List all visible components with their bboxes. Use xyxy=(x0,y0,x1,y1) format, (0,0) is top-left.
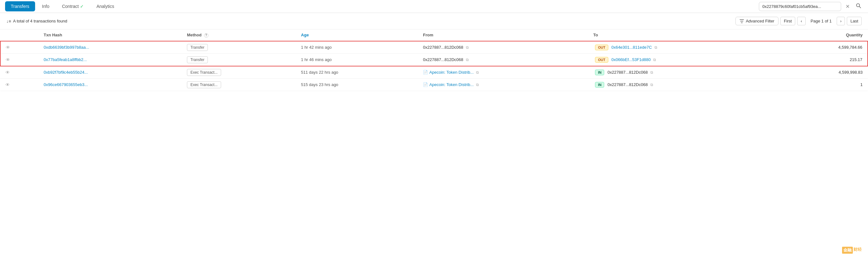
age-text: 1 hr 46 mins ago xyxy=(301,57,332,62)
from-cell: 📄Apecoin: Token Distrib...⧉ xyxy=(418,78,588,91)
tab-bar: Transfers Info Contract ✓ Analytics ✕ xyxy=(0,0,868,13)
tab-analytics[interactable]: Analytics xyxy=(91,1,120,12)
table-header-row: Txn Hash Method ? Age From To Quantity xyxy=(0,29,868,41)
from-cell: 0x227887...812Dc068⧉ xyxy=(418,54,588,66)
tab-contract[interactable]: Contract ✓ xyxy=(56,1,90,12)
txn-hash-link[interactable]: 0xb92f7bf9c4eb55b24... xyxy=(44,70,88,75)
doc-icon: 📄 xyxy=(423,82,428,87)
col-txn-hash: Txn Hash xyxy=(39,29,182,41)
table-row: 👁0xb92f7bf9c4eb55b24...Exec Transact...5… xyxy=(0,66,868,79)
eye-cell: 👁 xyxy=(0,41,39,54)
copy-to-icon[interactable]: ⧉ xyxy=(653,58,656,62)
quantity-cell: 215.17 xyxy=(779,54,868,66)
copy-from-icon[interactable]: ⧉ xyxy=(466,45,469,50)
eye-cell: 👁 xyxy=(0,66,39,79)
tab-contract-label: Contract xyxy=(62,4,79,9)
method-badge: Transfer xyxy=(187,44,208,51)
copy-from-icon[interactable]: ⧉ xyxy=(476,83,479,87)
from-cell: 0x227887...812Dc068⧉ xyxy=(418,41,588,54)
method-cell: Transfer xyxy=(182,54,296,66)
table-row: 👁0x77ba5feab1a8ffbb2...Transfer1 hr 46 m… xyxy=(0,54,868,66)
txn-hash-cell: 0x77ba5feab1a8ffbb2... xyxy=(39,54,182,66)
direction-badge: IN xyxy=(595,70,604,75)
col-eye xyxy=(0,29,39,41)
to-addr-link[interactable]: 0x066bEf...53F1d880 xyxy=(612,57,651,62)
copy-from-icon[interactable]: ⧉ xyxy=(466,58,469,62)
next-page-button[interactable]: › xyxy=(837,17,845,25)
age-cell: 1 hr 46 mins ago xyxy=(296,54,418,66)
tx-count: ↓≡ A total of 4 transactions found xyxy=(6,19,67,24)
last-page-button[interactable]: Last xyxy=(847,17,862,25)
txn-hash-cell: 0x96ce667903655eb3... xyxy=(39,78,182,91)
col-from: From xyxy=(418,29,588,41)
from-addr-link[interactable]: Apecoin: Token Distrib... xyxy=(429,82,473,87)
page-info: Page 1 of 1 xyxy=(808,17,835,25)
quantity-value: 4,599,784.66 xyxy=(838,45,862,50)
quantity-cell: 4,599,998.83 xyxy=(779,66,868,79)
txn-hash-link[interactable]: 0x96ce667903655eb3... xyxy=(44,82,88,87)
first-page-button[interactable]: First xyxy=(780,17,795,25)
txn-hash-link[interactable]: 0x77ba5feab1a8ffbb2... xyxy=(44,57,87,62)
transactions-table: Txn Hash Method ? Age From To Quantity 👁… xyxy=(0,29,868,91)
search-icon[interactable] xyxy=(854,3,863,10)
copy-from-icon[interactable]: ⧉ xyxy=(476,70,479,75)
col-method: Method ? xyxy=(182,29,296,41)
quantity-value: 215.17 xyxy=(850,57,862,62)
method-cell: Exec Transact... xyxy=(182,78,296,91)
eye-icon[interactable]: 👁 xyxy=(6,45,10,50)
age-cell: 511 days 22 hrs ago xyxy=(296,66,418,79)
eye-icon[interactable]: 👁 xyxy=(5,70,10,75)
col-age: Age xyxy=(296,29,418,41)
from-addr-link[interactable]: Apecoin: Token Distrib... xyxy=(429,70,473,75)
tab-info[interactable]: Info xyxy=(36,1,55,12)
age-cell: 1 hr 42 mins ago xyxy=(296,41,418,54)
close-icon[interactable]: ✕ xyxy=(844,3,851,10)
copy-to-icon[interactable]: ⧉ xyxy=(650,83,653,87)
col-quantity: Quantity xyxy=(779,29,868,41)
txn-hash-cell: 0xb92f7bf9c4eb55b24... xyxy=(39,66,182,79)
to-cell: IN0x227887...812Dc068⧉ xyxy=(588,66,779,79)
col-to: To xyxy=(588,29,779,41)
method-help-icon[interactable]: ? xyxy=(204,33,209,38)
direction-badge: IN xyxy=(595,82,604,88)
from-addr: 0x227887...812Dc068 xyxy=(423,57,463,62)
copy-to-icon[interactable]: ⧉ xyxy=(650,70,653,75)
address-bar: ✕ xyxy=(759,2,863,11)
svg-line-1 xyxy=(860,7,861,8)
tx-count-label: A total of 4 transactions found xyxy=(13,19,67,23)
method-badge: Exec Transact... xyxy=(187,69,221,76)
method-badge: Transfer xyxy=(187,56,208,63)
age-cell: 515 days 23 hrs ago xyxy=(296,78,418,91)
copy-to-icon[interactable]: ⧉ xyxy=(654,45,657,50)
contract-verified-icon: ✓ xyxy=(80,4,84,9)
toolbar: ↓≡ A total of 4 transactions found Advan… xyxy=(0,13,868,29)
eye-cell: 👁 xyxy=(0,78,39,91)
quantity-cell: 1 xyxy=(779,78,868,91)
to-addr-link[interactable]: 0x64e301...811ede7C xyxy=(612,45,652,50)
from-cell: 📄Apecoin: Token Distrib...⧉ xyxy=(418,66,588,79)
eye-icon[interactable]: 👁 xyxy=(5,82,10,87)
txn-hash-link[interactable]: 0xdb6639bf3b997b8aa... xyxy=(44,45,89,50)
pagination-area: Advanced Filter First ‹ Page 1 of 1 › La… xyxy=(736,17,862,25)
direction-badge: OUT xyxy=(595,44,608,50)
table-row: 👁0xdb6639bf3b997b8aa...Transfer1 hr 42 m… xyxy=(0,41,868,54)
eye-cell: 👁 xyxy=(0,54,39,66)
from-addr: 0x227887...812Dc068 xyxy=(423,45,463,50)
to-cell: OUT0x066bEf...53F1d880⧉ xyxy=(588,54,779,66)
address-input[interactable] xyxy=(759,2,841,11)
tab-transfers[interactable]: Transfers xyxy=(5,1,35,11)
table-row: 👁0x96ce667903655eb3...Exec Transact...51… xyxy=(0,78,868,91)
quantity-cell: 4,599,784.66 xyxy=(779,41,868,54)
advanced-filter-button[interactable]: Advanced Filter xyxy=(736,17,778,25)
to-addr: 0x227887...812Dc068 xyxy=(607,70,648,75)
age-text: 515 days 23 hrs ago xyxy=(301,82,338,87)
sort-icon: ↓≡ xyxy=(6,19,11,24)
table-container: Txn Hash Method ? Age From To Quantity 👁… xyxy=(0,29,868,91)
doc-icon: 📄 xyxy=(423,70,428,75)
prev-page-button[interactable]: ‹ xyxy=(797,17,805,25)
age-text: 1 hr 42 mins ago xyxy=(301,45,332,50)
method-cell: Transfer xyxy=(182,41,296,54)
eye-icon[interactable]: 👁 xyxy=(6,57,10,62)
quantity-value: 4,599,998.83 xyxy=(839,70,863,75)
to-cell: IN0x227887...812Dc068⧉ xyxy=(588,78,779,91)
